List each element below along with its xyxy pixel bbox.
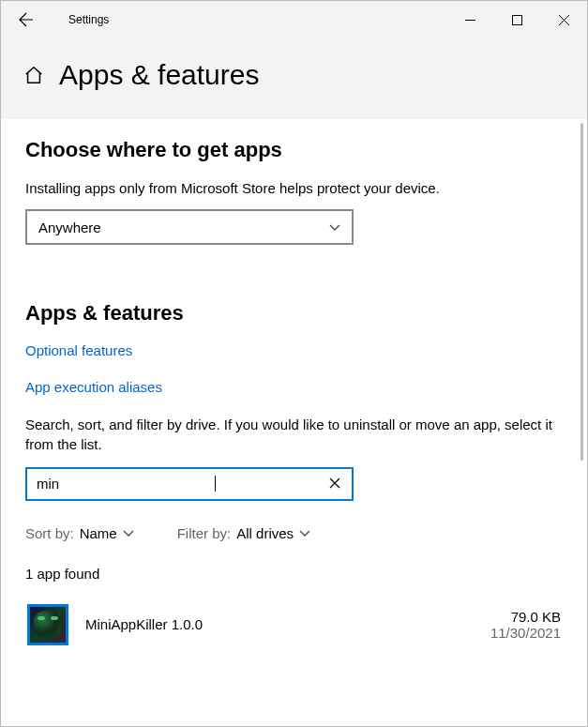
app-date: 11/30/2021 [490, 625, 561, 641]
minimize-button[interactable] [446, 1, 493, 38]
content-area: Choose where to get apps Installing apps… [1, 119, 587, 649]
app-size: 79.0 KB [490, 609, 561, 625]
search-box[interactable] [25, 467, 354, 501]
x-icon [329, 477, 340, 489]
source-heading: Choose where to get apps [25, 138, 563, 162]
search-input[interactable] [37, 476, 215, 492]
close-icon [559, 15, 569, 25]
app-source-value: Anywhere [38, 220, 101, 235]
optional-features-link[interactable]: Optional features [25, 342, 563, 358]
chevron-down-icon [299, 527, 310, 538]
sort-by-dropdown[interactable]: Sort by: Name [25, 525, 134, 541]
app-name: MiniAppKiller 1.0.0 [85, 616, 203, 632]
filter-label: Filter by: [177, 525, 232, 541]
page-header: Apps & features [1, 38, 587, 119]
app-list-item[interactable]: MiniAppKiller 1.0.0 79.0 KB 11/30/2021 [25, 600, 563, 649]
close-button[interactable] [540, 1, 587, 38]
result-count: 1 app found [25, 566, 563, 582]
app-source-dropdown[interactable]: Anywhere [25, 209, 354, 245]
apps-heading: Apps & features [25, 301, 563, 326]
clear-search-button[interactable] [325, 472, 342, 495]
minimize-icon [465, 15, 475, 25]
home-icon[interactable] [23, 65, 44, 85]
apps-desc: Search, sort, and filter by drive. If yo… [25, 416, 563, 454]
chevron-down-icon [123, 527, 134, 538]
app-icon [27, 604, 68, 645]
sort-label: Sort by: [25, 525, 74, 541]
filter-value: All drives [236, 525, 294, 541]
window-title: Settings [68, 13, 109, 26]
sort-value: Name [80, 525, 117, 541]
source-desc: Installing apps only from Microsoft Stor… [25, 179, 563, 198]
arrow-left-icon [19, 12, 34, 27]
back-button[interactable] [12, 6, 40, 34]
scrollbar[interactable] [580, 123, 583, 461]
app-execution-aliases-link[interactable]: App execution aliases [25, 379, 563, 395]
filter-by-dropdown[interactable]: Filter by: All drives [177, 525, 310, 541]
text-caret [215, 476, 216, 492]
maximize-button[interactable] [493, 1, 540, 38]
maximize-icon [512, 15, 522, 25]
svg-rect-0 [512, 15, 521, 24]
filter-bar: Sort by: Name Filter by: All drives [25, 525, 563, 541]
titlebar: Settings [1, 1, 587, 38]
page-title: Apps & features [59, 59, 259, 91]
app-meta: 79.0 KB 11/30/2021 [490, 609, 561, 641]
chevron-down-icon [329, 221, 340, 233]
window-controls [446, 1, 587, 38]
